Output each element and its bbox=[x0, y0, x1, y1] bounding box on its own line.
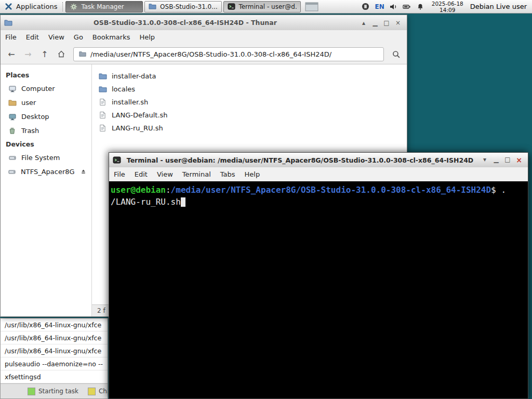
sidebar-item-desktop[interactable]: Desktop bbox=[1, 110, 91, 124]
close-button[interactable]: × bbox=[392, 19, 404, 26]
thunar-titlebar[interactable]: OSB-Studio-31.0.0-308-cl-x86_64-ISH24D -… bbox=[1, 15, 407, 30]
sidebar-item-ntfs-apacer8g[interactable]: NTFS_Apacer8G bbox=[1, 165, 91, 179]
file-name: installer.sh bbox=[112, 98, 148, 106]
thunar-menubar: File Edit View Go Bookmarks Help bbox=[1, 30, 407, 44]
computer-icon bbox=[8, 84, 17, 93]
menu-edit[interactable]: Edit bbox=[130, 170, 152, 178]
path-field[interactable]: /media/user/NTFS_Apacer8G/OSB-Studio-31.… bbox=[73, 47, 384, 61]
process-row[interactable]: /usr/lib/x86_64-linux-gnu/xfce bbox=[1, 318, 108, 331]
sidebar-item-label: File System bbox=[21, 154, 60, 162]
taskbar-button-task-manager[interactable]: Task Manager bbox=[65, 1, 143, 12]
shade-button[interactable]: ▾ bbox=[479, 156, 490, 164]
sidebar-item-trash[interactable]: Trash bbox=[1, 124, 91, 138]
eject-icon[interactable] bbox=[79, 167, 87, 176]
file-row-lang-default-sh[interactable]: LANG-Default.sh bbox=[92, 109, 407, 122]
maximize-button[interactable]: □ bbox=[502, 156, 513, 164]
menu-bookmarks[interactable]: Bookmarks bbox=[88, 33, 135, 41]
script-file-icon bbox=[98, 98, 107, 107]
file-name: installer-data bbox=[112, 72, 156, 80]
sidebar-item-label: Desktop bbox=[21, 113, 49, 121]
terminal-window: Terminal - user@debian: /media/user/NTFS… bbox=[109, 152, 528, 399]
minimize-button[interactable]: ▁ bbox=[490, 156, 502, 164]
process-row[interactable]: /usr/lib/x86_64-linux-gnu/xfce bbox=[1, 331, 108, 344]
clock-time: 14:09 bbox=[432, 7, 463, 13]
places-header: Places bbox=[1, 69, 91, 82]
clock[interactable]: 2025-06-18 14:09 bbox=[430, 1, 466, 13]
sidebar-item-label: Trash bbox=[21, 127, 39, 135]
window-preview-icon[interactable] bbox=[305, 2, 318, 11]
taskbar-button-terminal[interactable]: Terminal - user@d... bbox=[223, 1, 301, 12]
menu-tabs[interactable]: Tabs bbox=[216, 170, 240, 178]
notifications-bell-icon[interactable] bbox=[416, 2, 425, 11]
taskbar-label: Terminal - user@d... bbox=[238, 3, 297, 10]
thunar-sidebar: Places Computer user Desktop bbox=[1, 64, 92, 316]
forward-button[interactable]: → bbox=[20, 47, 36, 61]
file-name: LANG-Default.sh bbox=[112, 111, 168, 119]
terminal-line: user@debian:/media/user/NTFS_Apacer8G/OS… bbox=[111, 184, 526, 196]
menu-edit[interactable]: Edit bbox=[21, 33, 44, 41]
menu-file[interactable]: File bbox=[109, 170, 130, 178]
maximize-button[interactable]: □ bbox=[381, 19, 392, 26]
file-name: locales bbox=[112, 85, 135, 93]
process-name: /usr/lib/x86_64-linux-gnu/xfce bbox=[5, 321, 101, 329]
home-button[interactable] bbox=[54, 47, 69, 61]
process-name: xfsettingsd bbox=[5, 373, 41, 381]
process-row[interactable]: /usr/lib/x86_64-linux-gnu/xfce bbox=[1, 344, 108, 357]
sidebar-item-file-system[interactable]: File System bbox=[1, 151, 91, 165]
keyboard-layout-indicator[interactable]: EN bbox=[375, 3, 384, 10]
power-battery-icon[interactable] bbox=[403, 2, 411, 11]
process-row[interactable]: xfsettingsd bbox=[1, 370, 108, 383]
session-user-label: Debian Live user bbox=[470, 3, 529, 10]
legend-label: Starting task bbox=[38, 388, 78, 395]
sidebar-item-user[interactable]: user bbox=[1, 96, 91, 110]
clipboard-manager-icon[interactable] bbox=[361, 2, 370, 11]
file-row-installer-data[interactable]: installer-data bbox=[92, 70, 407, 83]
terminal-screen[interactable]: user@debian:/media/user/NTFS_Apacer8G/OS… bbox=[109, 181, 528, 398]
task-manager-legend: Starting task Char bbox=[1, 383, 108, 398]
menu-terminal[interactable]: Terminal bbox=[178, 170, 216, 178]
sidebar-item-label: Computer bbox=[21, 85, 55, 92]
sidebar-item-computer[interactable]: Computer bbox=[1, 82, 91, 96]
menu-file[interactable]: File bbox=[1, 33, 21, 41]
applications-menu-button[interactable]: Applications bbox=[0, 0, 61, 13]
menu-help[interactable]: Help bbox=[240, 170, 265, 178]
file-row-installer-sh[interactable]: installer.sh bbox=[92, 96, 407, 109]
taskbar-button-file-manager[interactable]: OSB-Studio-31.0.... bbox=[144, 1, 222, 12]
menu-view[interactable]: View bbox=[44, 33, 69, 41]
thunar-window-title: OSB-Studio-31.0.0-308-cl-x86_64-ISH24D -… bbox=[16, 19, 355, 26]
prompt-user-host: user@debian bbox=[111, 185, 166, 195]
file-row-lang-ru-ru-sh[interactable]: LANG-ru_RU.sh bbox=[92, 122, 407, 135]
legend-changing-task-swatch bbox=[88, 388, 96, 395]
menu-help[interactable]: Help bbox=[135, 33, 159, 41]
task-manager-window: /usr/lib/x86_64-linux-gnu/xfce /usr/lib/… bbox=[0, 318, 108, 399]
menu-go[interactable]: Go bbox=[69, 33, 88, 41]
legend-starting-task-swatch bbox=[28, 388, 35, 395]
trash-icon bbox=[8, 126, 17, 135]
terminal-window-icon bbox=[112, 156, 121, 165]
up-button[interactable]: ↑ bbox=[37, 47, 52, 61]
terminal-cursor bbox=[181, 197, 185, 207]
shade-button[interactable]: ▴ bbox=[358, 19, 369, 26]
back-button[interactable]: ← bbox=[4, 47, 19, 61]
system-tray: EN 2025-06-18 14:09 Debian Live user bbox=[361, 1, 532, 13]
terminal-icon bbox=[227, 2, 235, 11]
file-row-locales[interactable]: locales bbox=[92, 83, 407, 96]
menu-view[interactable]: View bbox=[152, 170, 178, 178]
folder-icon bbox=[98, 72, 107, 81]
thunar-toolbar: ← → ↑ /media/user/NTFS_Apacer8G/OSB-Stud… bbox=[1, 44, 407, 64]
terminal-titlebar[interactable]: Terminal - user@debian: /media/user/NTFS… bbox=[109, 153, 528, 167]
home-folder-icon bbox=[8, 98, 17, 107]
taskbar-label: Task Manager bbox=[81, 3, 124, 10]
task-manager-icon bbox=[69, 2, 78, 11]
sidebar-item-label: user bbox=[21, 99, 36, 107]
process-name: pulseaudio --daemonize=no -- bbox=[5, 360, 103, 368]
minimize-button[interactable]: ▁ bbox=[369, 19, 381, 26]
sidebar-item-label: NTFS_Apacer8G bbox=[21, 168, 75, 176]
process-row[interactable]: pulseaudio --daemonize=no -- bbox=[1, 357, 108, 370]
drive-icon bbox=[8, 153, 17, 162]
top-panel: Applications Task Manager OSB-Studio-31.… bbox=[0, 0, 532, 14]
close-button[interactable]: × bbox=[513, 156, 525, 164]
path-folder-icon bbox=[78, 50, 87, 59]
volume-icon[interactable] bbox=[389, 2, 398, 11]
search-button[interactable] bbox=[388, 47, 404, 61]
